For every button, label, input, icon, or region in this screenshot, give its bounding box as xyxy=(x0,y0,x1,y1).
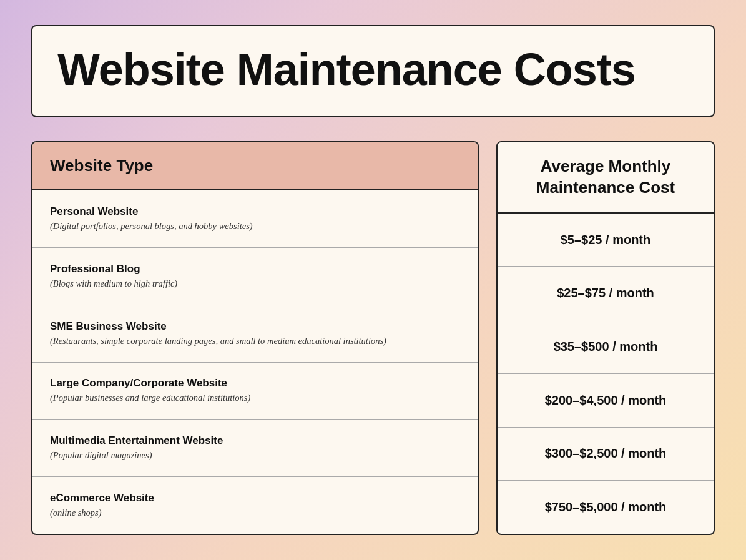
cost-row: $750–$5,000 / month xyxy=(498,481,714,534)
right-header-label: Average Monthly Maintenance Cost xyxy=(536,157,675,197)
table-row: Large Company/Corporate Website(Popular … xyxy=(32,363,478,420)
title-box: Website Maintenance Costs xyxy=(31,25,715,117)
cost-row: $5–$25 / month xyxy=(498,214,714,267)
table-row: Multimedia Entertainment Website(Popular… xyxy=(32,420,478,477)
row-title: SME Business Website xyxy=(50,320,460,333)
row-title: Personal Website xyxy=(50,205,460,218)
cost-value: $750–$5,000 / month xyxy=(545,500,667,514)
cost-value: $5–$25 / month xyxy=(561,233,651,247)
cost-row: $25–$75 / month xyxy=(498,267,714,320)
website-type-table: Website Type Personal Website(Digital po… xyxy=(31,141,479,535)
left-header-label: Website Type xyxy=(50,156,153,175)
content-area: Website Type Personal Website(Digital po… xyxy=(31,141,715,535)
cost-value: $200–$4,500 / month xyxy=(545,393,667,408)
left-rows-container: Personal Website(Digital portfolios, per… xyxy=(32,190,478,534)
row-subtitle: (Popular digital magazines) xyxy=(50,449,460,461)
row-subtitle: (Popular businesses and large educationa… xyxy=(50,391,460,404)
row-subtitle: (Blogs with medium to high traffic) xyxy=(50,277,460,290)
cost-row: $300–$2,500 / month xyxy=(498,428,714,481)
left-table-header: Website Type xyxy=(32,142,478,190)
row-title: Large Company/Corporate Website xyxy=(50,377,460,390)
row-title: Professional Blog xyxy=(50,263,460,275)
row-title: eCommerce Website xyxy=(50,492,460,504)
row-subtitle: (Restaurants, simple corporate landing p… xyxy=(50,335,460,347)
cost-value: $300–$2,500 / month xyxy=(545,446,667,461)
page-title: Website Maintenance Costs xyxy=(57,45,689,94)
cost-row: $200–$4,500 / month xyxy=(498,374,714,428)
row-title: Multimedia Entertainment Website xyxy=(50,435,460,447)
table-row: eCommerce Website(online shops) xyxy=(32,477,478,534)
right-table-header: Average Monthly Maintenance Cost xyxy=(498,142,714,214)
cost-row: $35–$500 / month xyxy=(498,320,714,374)
row-subtitle: (online shops) xyxy=(50,506,460,519)
table-row: Personal Website(Digital portfolios, per… xyxy=(32,190,478,248)
table-row: Professional Blog(Blogs with medium to h… xyxy=(32,248,478,305)
cost-value: $25–$75 / month xyxy=(557,286,654,300)
cost-value: $35–$500 / month xyxy=(554,340,658,354)
cost-table: Average Monthly Maintenance Cost $5–$25 … xyxy=(496,141,715,535)
row-subtitle: (Digital portfolios, personal blogs, and… xyxy=(50,220,460,232)
table-row: SME Business Website(Restaurants, simple… xyxy=(32,305,478,363)
right-rows-container: $5–$25 / month$25–$75 / month$35–$500 / … xyxy=(498,214,714,534)
